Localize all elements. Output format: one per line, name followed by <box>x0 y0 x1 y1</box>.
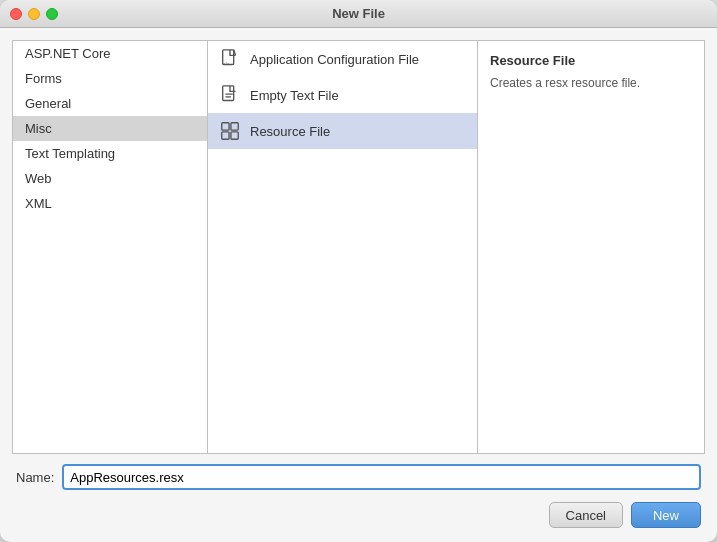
svg-rect-2 <box>223 86 234 101</box>
detail-description: Creates a resx resource file. <box>490 74 692 92</box>
text-icon <box>218 83 242 107</box>
titlebar: New File <box>0 0 717 28</box>
svg-rect-5 <box>222 123 229 130</box>
name-input[interactable] <box>62 464 701 490</box>
sidebar-item-web[interactable]: Web <box>13 166 207 191</box>
sidebar-item-general[interactable]: General <box>13 91 207 116</box>
sidebar-item-forms[interactable]: Forms <box>13 66 207 91</box>
bottom-area: Name: Cancel New <box>0 454 717 542</box>
name-label: Name: <box>16 470 54 485</box>
svg-rect-6 <box>231 123 238 130</box>
window-controls <box>10 8 58 20</box>
file-item-label-empty-text: Empty Text File <box>250 88 339 103</box>
file-item-app-config[interactable]: </> Application Configuration File <box>208 41 477 77</box>
new-file-dialog: New File ASP.NET CoreFormsGeneralMiscTex… <box>0 0 717 542</box>
sidebar-item-text-templating[interactable]: Text Templating <box>13 141 207 166</box>
category-panel: ASP.NET CoreFormsGeneralMiscText Templat… <box>12 40 207 454</box>
svg-rect-8 <box>231 132 238 139</box>
description-panel: Resource File Creates a resx resource fi… <box>477 40 705 454</box>
filetype-panel: </> Application Configuration File Empty… <box>207 40 477 454</box>
file-item-label-resource-file: Resource File <box>250 124 330 139</box>
resource-icon <box>218 119 242 143</box>
file-item-resource-file[interactable]: Resource File <box>208 113 477 149</box>
close-button[interactable] <box>10 8 22 20</box>
sidebar-item-asp-net-core[interactable]: ASP.NET Core <box>13 41 207 66</box>
main-panels: ASP.NET CoreFormsGeneralMiscText Templat… <box>0 28 717 454</box>
new-button[interactable]: New <box>631 502 701 528</box>
content-area: ASP.NET CoreFormsGeneralMiscText Templat… <box>0 28 717 542</box>
minimize-button[interactable] <box>28 8 40 20</box>
config-icon: </> <box>218 47 242 71</box>
svg-rect-7 <box>222 132 229 139</box>
name-row: Name: <box>16 464 701 490</box>
window-title: New File <box>332 6 385 21</box>
file-item-empty-text[interactable]: Empty Text File <box>208 77 477 113</box>
sidebar-item-misc[interactable]: Misc <box>13 116 207 141</box>
button-row: Cancel New <box>16 502 701 528</box>
svg-text:</>: </> <box>224 62 229 66</box>
detail-title: Resource File <box>490 53 692 68</box>
file-item-label-app-config: Application Configuration File <box>250 52 419 67</box>
maximize-button[interactable] <box>46 8 58 20</box>
cancel-button[interactable]: Cancel <box>549 502 623 528</box>
sidebar-item-xml[interactable]: XML <box>13 191 207 216</box>
